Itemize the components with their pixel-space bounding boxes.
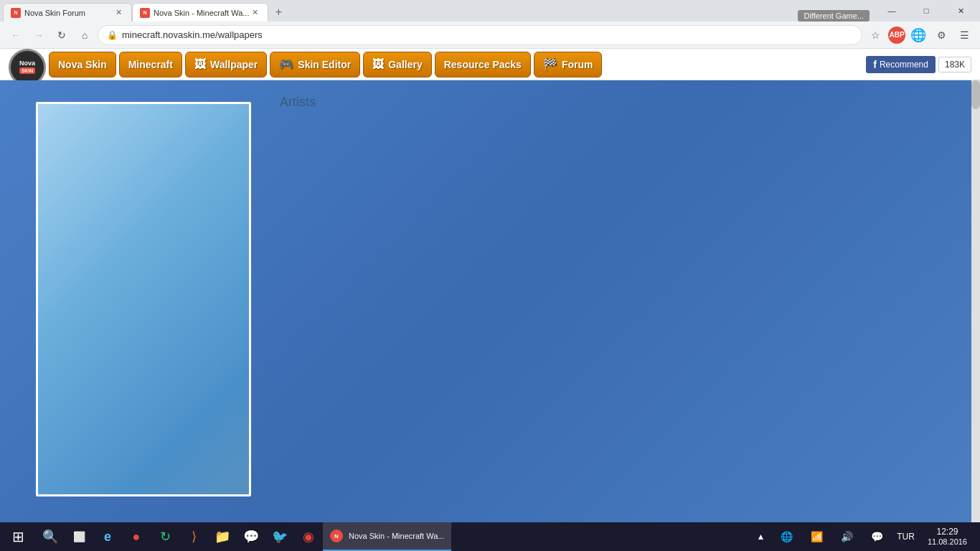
- home-button[interactable]: ⌂: [75, 25, 95, 45]
- logo-nova: Nova: [19, 60, 35, 67]
- edge-glyph: e: [104, 529, 111, 545]
- extension-icon-1[interactable]: 🌐: [908, 25, 928, 45]
- nav-nova-skin[interactable]: Nova Skin: [49, 52, 116, 77]
- clock-area[interactable]: 12:29 11.08.2016: [920, 527, 974, 547]
- taskbar: ⊞ 🔍 ⬜ e ● ↻ ⟩ 📁 💬 🐦 ◉ N Nova Skin - Mine…: [0, 522, 980, 551]
- forward-button[interactable]: →: [29, 25, 49, 45]
- close-button[interactable]: ✕: [944, 0, 977, 22]
- tab-2-favicon: N: [140, 8, 150, 18]
- nav-nova-skin-label: Nova Skin: [58, 59, 107, 70]
- taskbar-icon-3[interactable]: ⟩: [179, 522, 208, 551]
- taskbar-icon-5[interactable]: 💬: [237, 522, 265, 551]
- notification-glyph: 💬: [871, 531, 883, 542]
- volume-icon[interactable]: 🔊: [832, 522, 861, 551]
- clock-date: 11.08.2016: [928, 537, 967, 547]
- language-button[interactable]: TUR: [892, 532, 919, 542]
- taskbar-icon-2-glyph: ↻: [160, 529, 171, 545]
- windows-icon: ⊞: [12, 528, 24, 545]
- tab-2-close[interactable]: ✕: [249, 7, 260, 19]
- fb-recommend-label: Recommend: [880, 60, 928, 70]
- wifi-icon[interactable]: 📶: [802, 522, 831, 551]
- taskbar-icon-6[interactable]: 🐦: [265, 522, 294, 551]
- scrollbar[interactable]: [971, 80, 980, 522]
- nav-wallpaper[interactable]: 🖼 Wallpaper: [185, 52, 267, 77]
- task-view-glyph: ⬜: [73, 531, 85, 542]
- extension-icon-2[interactable]: ⚙: [931, 25, 951, 45]
- logo-badge: SKIN: [19, 67, 36, 74]
- tab-2[interactable]: N Nova Skin - Minecraft Wa... ✕: [132, 3, 268, 22]
- tab-1-close[interactable]: ✕: [113, 7, 124, 19]
- clock-time: 12:29: [936, 527, 958, 537]
- fb-recommend-area: f Recommend 183K: [866, 56, 971, 73]
- address-bar: ← → ↻ ⌂ 🔒 minecraft.novaskin.me/wallpape…: [0, 22, 980, 49]
- main-content: Artists: [0, 80, 980, 522]
- taskbar-icon-1[interactable]: ●: [122, 522, 151, 551]
- wallpaper-icon: 🖼: [194, 58, 206, 71]
- wallpaper-preview[interactable]: [36, 102, 251, 496]
- tabs-area: N Nova Skin Forum ✕ N Nova Skin - Minecr…: [3, 0, 875, 22]
- nav-resource-packs[interactable]: Resource Packs: [435, 52, 531, 77]
- adblock-icon[interactable]: ABP: [888, 27, 905, 44]
- tab-1-favicon: N: [11, 8, 21, 18]
- nav-resource-packs-label: Resource Packs: [444, 59, 522, 70]
- wifi-glyph: 📶: [811, 531, 823, 542]
- nav-forum-label: Forum: [562, 59, 593, 70]
- refresh-button[interactable]: ↻: [52, 25, 72, 45]
- taskbar-icon-4-glyph: 📁: [215, 529, 230, 545]
- taskbar-icon-2[interactable]: ↻: [151, 522, 179, 551]
- sys-tray: ▲: [750, 532, 771, 542]
- nav-wallpaper-label: Wallpaper: [210, 59, 258, 70]
- new-tab-button[interactable]: +: [268, 3, 288, 22]
- skin-editor-icon: 🎮: [279, 57, 293, 71]
- url-text: minecraft.novaskin.me/wallpapers: [122, 29, 263, 40]
- scrollbar-thumb[interactable]: [971, 80, 980, 109]
- taskbar-app-icon: N: [330, 529, 343, 542]
- fb-recommend-button[interactable]: f Recommend: [866, 56, 936, 73]
- different-games-button[interactable]: Different Game...: [798, 10, 870, 22]
- task-view-icon[interactable]: ⬜: [65, 522, 93, 551]
- nav-gallery-label: Gallery: [388, 59, 422, 70]
- nav-minecraft-label: Minecraft: [128, 59, 173, 70]
- network-glyph: 🌐: [781, 531, 793, 542]
- show-hidden-icon[interactable]: ▲: [756, 532, 765, 542]
- taskbar-icon-7[interactable]: ◉: [294, 522, 323, 551]
- forum-icon: 🏁: [543, 57, 557, 71]
- bookmark-icon[interactable]: ☆: [865, 25, 885, 45]
- notification-icon[interactable]: 💬: [862, 522, 891, 551]
- nav-forum[interactable]: 🏁 Forum: [534, 52, 603, 77]
- taskbar-icon-5-glyph: 💬: [243, 529, 259, 545]
- tab-1-title: Nova Skin Forum: [24, 9, 113, 17]
- url-lock-icon: 🔒: [107, 30, 118, 40]
- main-nav: Nova SKIN Nova Skin Minecraft 🖼 Wallpape…: [0, 49, 980, 80]
- taskbar-icon-4[interactable]: 📁: [208, 522, 237, 551]
- maximize-button[interactable]: □: [910, 0, 943, 22]
- url-bar[interactable]: 🔒 minecraft.novaskin.me/wallpapers: [98, 25, 862, 45]
- gallery-icon: 🖼: [372, 58, 384, 71]
- network-icon[interactable]: 🌐: [772, 522, 801, 551]
- back-button[interactable]: ←: [6, 25, 26, 45]
- artists-title: Artists: [280, 95, 951, 110]
- volume-glyph: 🔊: [841, 531, 853, 542]
- nav-gallery[interactable]: 🖼 Gallery: [363, 52, 431, 77]
- fb-icon: f: [873, 59, 877, 70]
- fb-count: 183K: [938, 57, 971, 72]
- search-taskbar-icon[interactable]: 🔍: [36, 522, 65, 551]
- artists-section: Artists: [251, 80, 980, 522]
- nav-skin-editor-label: Skin Editor: [298, 59, 351, 70]
- menu-icon[interactable]: ☰: [954, 25, 974, 45]
- taskbar-icon-3-glyph: ⟩: [192, 529, 197, 545]
- tab-1[interactable]: N Nova Skin Forum ✕: [3, 3, 132, 22]
- tab-2-title: Nova Skin - Minecraft Wa...: [154, 9, 249, 17]
- title-bar: N Nova Skin Forum ✕ N Nova Skin - Minecr…: [0, 0, 980, 22]
- taskbar-app[interactable]: N Nova Skin - Minecraft Wa...: [323, 522, 451, 551]
- window-controls: — □ ✕: [875, 0, 977, 22]
- nav-skin-editor[interactable]: 🎮 Skin Editor: [270, 52, 360, 77]
- search-icon: 🔍: [42, 529, 58, 545]
- edge-icon[interactable]: e: [93, 522, 122, 551]
- chrome-icon: ◉: [303, 529, 314, 545]
- taskbar-icon-1-glyph: ●: [133, 529, 141, 545]
- nav-minecraft[interactable]: Minecraft: [119, 52, 182, 77]
- start-button[interactable]: ⊞: [0, 522, 36, 551]
- taskbar-icon-6-glyph: 🐦: [272, 529, 288, 545]
- minimize-button[interactable]: —: [875, 0, 908, 22]
